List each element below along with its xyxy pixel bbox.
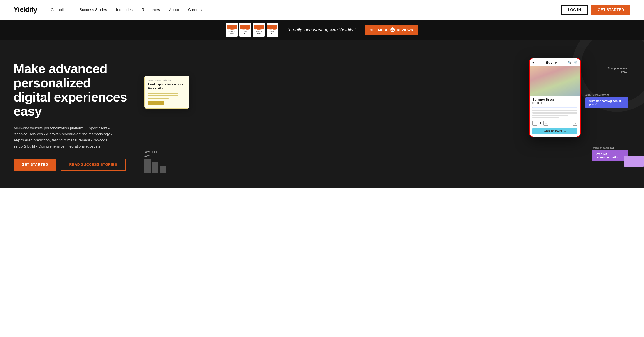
lead-capture-lines bbox=[148, 93, 186, 99]
signup-label: Signup Increase bbox=[607, 67, 627, 70]
get-started-hero-button[interactable]: GET STARTED bbox=[14, 159, 56, 171]
header: Yieldify Capabilities Success Stories In… bbox=[0, 0, 644, 20]
aov-bar-1 bbox=[144, 159, 151, 173]
quantity-selector: − 1 + ♡ bbox=[532, 121, 578, 126]
phone-menu-icon: ≡ bbox=[532, 61, 534, 65]
product-name: Summer Dress bbox=[532, 98, 578, 101]
product-image-background bbox=[530, 66, 580, 95]
nav-resources[interactable]: Resources bbox=[142, 8, 160, 12]
nav-careers[interactable]: Careers bbox=[188, 8, 202, 12]
login-button[interactable]: LOG IN bbox=[561, 5, 588, 15]
aov-bar-chart bbox=[144, 159, 166, 173]
lead-line-1 bbox=[148, 93, 178, 94]
qty-minus-button[interactable]: − bbox=[532, 121, 537, 126]
g2-reviews-icon: G2 bbox=[390, 27, 395, 32]
nav-success-stories[interactable]: Success Stories bbox=[80, 8, 107, 12]
product-rec-trigger-label: Trigger on add-to-cart bbox=[592, 147, 628, 149]
get-started-header-button[interactable]: GET STARTED bbox=[592, 5, 630, 15]
product-recommendation-card: Trigger on add-to-cart Product recommend… bbox=[592, 147, 628, 161]
see-more-reviews-button[interactable]: SEE MORE G2 REVIEWS bbox=[365, 25, 418, 35]
search-icon: 🔍 bbox=[568, 61, 572, 64]
lead-capture-trigger-label: Shopper shows exit intent bbox=[148, 79, 186, 81]
aov-label: AOV Uplift 25% bbox=[144, 151, 166, 158]
phone-product-info: Summer Dress $100.00 − 1 + ♡ ADD TO CART bbox=[530, 95, 580, 136]
phone-mockup: ≡ Buyify 🔍 🛒 Summer Dress $100.00 bbox=[529, 58, 581, 137]
aov-bar-3 bbox=[160, 166, 166, 173]
hero-section: Make advanced personalized digital exper… bbox=[0, 40, 644, 188]
product-line-4 bbox=[532, 117, 560, 118]
read-success-stories-button[interactable]: READ SUCCESS STORIES bbox=[61, 159, 126, 171]
g2-badge-fall-2021: G2 Leader FALL 2021 bbox=[240, 22, 251, 37]
social-proof-display-label: Display after 5 seconds bbox=[585, 94, 628, 96]
logo[interactable]: Yieldify bbox=[14, 5, 37, 14]
hero-visual: Signup Increase 37% Shopper shows exit i… bbox=[131, 53, 630, 179]
lead-line-3 bbox=[148, 97, 169, 99]
product-line-1 bbox=[532, 110, 578, 111]
product-line-2 bbox=[532, 112, 578, 113]
hero-headline: Make advanced personalized digital exper… bbox=[14, 62, 131, 118]
aov-bar-2 bbox=[152, 162, 158, 173]
product-rec-right-panel bbox=[624, 156, 644, 167]
hero-description: All-in-one website personalization platf… bbox=[14, 125, 117, 150]
g2-badge-summer-2021: G2 Leader SUMMER 2021 bbox=[226, 22, 238, 37]
social-proof-tag: Summer catalog social proof bbox=[585, 97, 628, 108]
lead-capture-card: Shopper shows exit intent Lead capture f… bbox=[144, 76, 190, 109]
phone-header: ≡ Buyify 🔍 🛒 bbox=[530, 58, 580, 66]
signup-pct: 37% bbox=[607, 70, 627, 74]
g2-badges: G2 Leader SUMMER 2021 G2 Leader FALL 202… bbox=[226, 22, 278, 37]
nav-about[interactable]: About bbox=[169, 8, 179, 12]
g2-badge-winter-2021: G2 Leader WINTER 2021 bbox=[253, 22, 265, 37]
phone-brand: Buyify bbox=[546, 61, 557, 65]
lead-line-2 bbox=[148, 95, 178, 96]
phone-icons: 🔍 🛒 bbox=[568, 61, 578, 64]
main-nav: Capabilities Success Stories Industries … bbox=[51, 8, 561, 12]
nav-capabilities[interactable]: Capabilities bbox=[51, 8, 70, 12]
phone-product-image bbox=[530, 66, 580, 95]
cart-icon: 🛒 bbox=[574, 61, 578, 64]
product-rec-tag: Product recommendation bbox=[592, 150, 628, 161]
product-input-bar bbox=[532, 107, 578, 108]
aov-uplift-metric: AOV Uplift 25% bbox=[144, 151, 166, 173]
banner-quote: "I really love working with Yieldify." bbox=[287, 27, 356, 32]
product-line-3 bbox=[532, 115, 568, 116]
lead-capture-title: Lead capture for second-time visitor bbox=[148, 83, 186, 90]
social-proof-card: Display after 5 seconds Summer catalog s… bbox=[585, 94, 628, 108]
wishlist-button[interactable]: ♡ bbox=[572, 121, 578, 126]
hero-buttons: GET STARTED READ SUCCESS STORIES bbox=[14, 159, 131, 171]
header-actions: LOG IN GET STARTED bbox=[561, 5, 630, 15]
hero-text: Make advanced personalized digital exper… bbox=[14, 62, 131, 171]
signup-increase-metric: Signup Increase 37% bbox=[607, 67, 627, 74]
cart-arrow-icon: ➔ bbox=[564, 130, 566, 132]
nav-industries[interactable]: Industries bbox=[116, 8, 132, 12]
product-price: $100.00 bbox=[532, 101, 578, 105]
g2-badge-spring-2022: G2 Leader SPRING 2022 bbox=[266, 22, 278, 37]
qty-plus-button[interactable]: + bbox=[544, 121, 548, 126]
review-banner: G2 Leader SUMMER 2021 G2 Leader FALL 202… bbox=[0, 20, 644, 40]
add-to-cart-button[interactable]: ADD TO CART ➔ bbox=[532, 128, 578, 134]
lead-capture-cta bbox=[148, 101, 164, 105]
qty-value: 1 bbox=[540, 122, 541, 125]
product-description-lines bbox=[532, 110, 578, 118]
